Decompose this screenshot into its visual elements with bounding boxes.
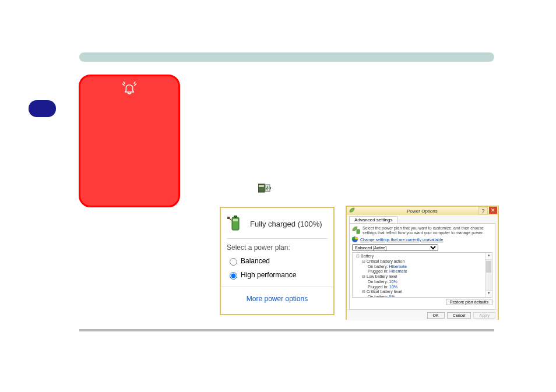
- warning-callout: [79, 75, 180, 207]
- svg-rect-1: [259, 185, 264, 187]
- svg-rect-6: [233, 219, 238, 221]
- close-button[interactable]: ✕: [489, 207, 497, 214]
- plan-option-balanced[interactable]: Balanced: [221, 254, 333, 268]
- tab-advanced-settings[interactable]: Advanced settings: [349, 216, 397, 223]
- sidebar-tab: [29, 100, 56, 117]
- tree-value[interactable]: 10%: [389, 280, 397, 284]
- svg-rect-5: [234, 216, 237, 218]
- tree-item-critical-level: Critical battery level: [367, 289, 402, 294]
- tree-item-battery: Battery: [361, 254, 374, 258]
- select-plan-label: Select a power plan:: [221, 239, 333, 254]
- tree-value[interactable]: 10%: [389, 285, 397, 289]
- tree-label: On battery:: [368, 295, 388, 297]
- change-unavailable-link[interactable]: Change settings that are currently unava…: [360, 238, 443, 242]
- dialog-intro-text: Select the power plan that you want to c…: [363, 226, 492, 235]
- tree-label: On battery:: [368, 264, 388, 269]
- plan-highperf-label: High performance: [241, 271, 296, 279]
- tree-scrollbar[interactable]: ▴ ▾: [485, 253, 492, 297]
- scroll-up-button[interactable]: ▴: [485, 253, 492, 260]
- restore-defaults-button[interactable]: Restore plan defaults: [446, 299, 492, 305]
- battery-full-icon: [227, 215, 244, 232]
- energy-leaf-icon: [349, 207, 355, 214]
- plan-balanced-label: Balanced: [241, 257, 270, 265]
- tree-label: Plugged in:: [368, 269, 388, 273]
- battery-power-icon: [258, 183, 271, 193]
- cancel-button[interactable]: Cancel: [447, 312, 471, 319]
- ok-button[interactable]: OK: [427, 312, 445, 319]
- battery-flyout: Fully charged (100%) Select a power plan…: [220, 207, 335, 315]
- dialog-titlebar: Power Options ? ✕: [347, 207, 498, 215]
- tree-label: Plugged in:: [368, 285, 388, 289]
- charge-status-text: Fully charged (100%): [250, 220, 322, 228]
- tree-value[interactable]: 5%: [389, 295, 395, 297]
- plan-option-high-performance[interactable]: High performance: [221, 268, 333, 282]
- plan-select[interactable]: Balanced [Active]: [352, 244, 438, 251]
- uac-shield-icon: [352, 236, 358, 242]
- scroll-down-button[interactable]: ▾: [485, 290, 492, 297]
- tree-value[interactable]: Hibernate: [389, 269, 407, 273]
- power-options-dialog: Power Options ? ✕ Advanced settings Sele…: [346, 206, 499, 320]
- tree-label: On battery:: [368, 280, 388, 284]
- energy-leaf-battery-icon: [352, 226, 360, 234]
- header-bar: [79, 52, 494, 62]
- section-separator: [79, 329, 494, 331]
- settings-tree[interactable]: ⊟Battery ⊟Critical battery action On bat…: [353, 253, 485, 297]
- tree-value[interactable]: Hibernate: [389, 264, 407, 269]
- more-power-options-link[interactable]: More power options: [247, 295, 308, 303]
- tree-item-critical-action: Critical battery action: [367, 259, 404, 263]
- dialog-title: Power Options: [347, 209, 498, 214]
- svg-rect-3: [270, 187, 271, 189]
- help-button[interactable]: ?: [478, 207, 488, 215]
- apply-button[interactable]: Apply: [473, 312, 495, 319]
- alarm-bell-icon: [122, 82, 137, 97]
- svg-rect-7: [227, 217, 230, 219]
- svg-rect-8: [357, 229, 360, 234]
- scroll-thumb[interactable]: [486, 261, 491, 273]
- tree-item-low-level: Low battery level: [367, 274, 397, 278]
